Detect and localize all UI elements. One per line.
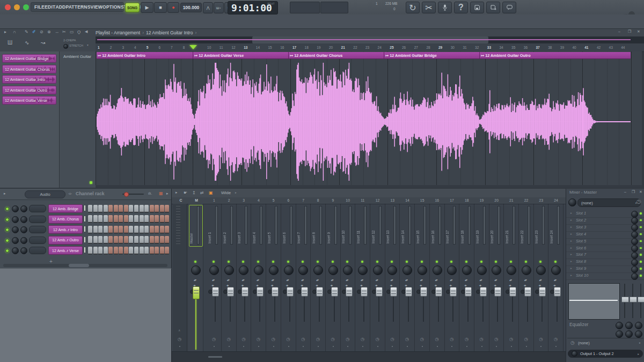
- channel-mute-button[interactable]: [29, 216, 46, 223]
- mixer-current-column[interactable]: ∧◷: [173, 204, 187, 351]
- track-leftright-arrows[interactable]: ◂▸: [286, 283, 288, 287]
- mixer-track-name[interactable]: Insert 9: [327, 206, 331, 243]
- effect-slot-row[interactable]: ▸Slot 6: [566, 245, 644, 253]
- menu-item-file[interactable]: FILE: [34, 4, 45, 10]
- stretch-dropdown-arrow[interactable]: ▾: [87, 43, 89, 47]
- track-updown-arrows[interactable]: ▴▾: [287, 278, 289, 282]
- ruler-bar-31[interactable]: 31: [463, 46, 466, 49]
- track-leftright-arrows[interactable]: ◂▸: [538, 283, 540, 287]
- track-updown-arrows[interactable]: ▴▾: [212, 278, 214, 282]
- slot-label[interactable]: Slot 9: [576, 266, 586, 271]
- ruler-bar-21[interactable]: 21: [341, 46, 345, 49]
- step-cell[interactable]: [98, 226, 103, 233]
- time-display[interactable]: 9:01:00 BEAT: [228, 1, 278, 14]
- channel-pan-knob[interactable]: [12, 216, 19, 223]
- step-cell[interactable]: [98, 205, 103, 212]
- track-pan-knob[interactable]: [191, 265, 201, 275]
- menu-item-view[interactable]: VIEW: [91, 4, 103, 10]
- track-updown-arrows[interactable]: ▴▾: [435, 278, 437, 282]
- mixer-col-3[interactable]: 3: [236, 198, 251, 202]
- ruler-bar-33[interactable]: 33: [487, 46, 491, 49]
- step-cell[interactable]: [104, 205, 108, 212]
- ruler-bar-34[interactable]: 34: [499, 46, 503, 49]
- mixer-col-14[interactable]: 14: [400, 198, 415, 202]
- step-cell[interactable]: [114, 205, 118, 212]
- slot-mix-knob[interactable]: [631, 224, 638, 231]
- mixer-col-18[interactable]: 18: [459, 198, 474, 202]
- step-cell[interactable]: [150, 215, 154, 223]
- track-leftright-arrows[interactable]: ◂▸: [553, 283, 555, 287]
- mixer-insert-strip[interactable]: Insert 5▴▾◂▸◷∧: [266, 204, 281, 351]
- strip-clock-icon[interactable]: ◷: [480, 337, 484, 342]
- step-cell[interactable]: [144, 226, 149, 233]
- ruler-bar-27[interactable]: 27: [414, 46, 418, 49]
- keyboard-editor-icon[interactable]: ▦: [159, 191, 163, 196]
- slot-mix-knob[interactable]: [631, 259, 638, 266]
- strip-clock-icon[interactable]: ◷: [494, 337, 498, 342]
- track-updown-arrows[interactable]: ▴▾: [420, 278, 422, 282]
- track-led[interactable]: [346, 261, 348, 263]
- draw-tool-icon[interactable]: ✎: [25, 29, 28, 34]
- ruler-bar-39[interactable]: 39: [560, 46, 564, 49]
- stretch-mode-label[interactable]: STRETCH: [69, 44, 83, 47]
- strip-clock-icon[interactable]: ◷: [241, 337, 245, 342]
- step-cell[interactable]: [150, 236, 154, 243]
- channel-led[interactable]: [5, 239, 9, 242]
- track-led[interactable]: [213, 261, 215, 263]
- clip-section-label[interactable]: ↦ 12 Ambient Guitar Outro: [481, 53, 531, 58]
- track-leftright-arrows[interactable]: ◂▸: [256, 283, 258, 287]
- mixer-track-name[interactable]: Insert 21: [505, 206, 509, 243]
- strip-clock-icon[interactable]: ◷: [316, 337, 320, 342]
- panel-speaker-icon[interactable]: [568, 198, 576, 206]
- mixer-insert-strip[interactable]: Insert 1▴▾◂▸◷∧: [207, 204, 222, 351]
- play-button[interactable]: ▶: [141, 2, 153, 13]
- mixer-col-2[interactable]: 2: [222, 198, 237, 202]
- mixer-insert-strip[interactable]: Insert 11▴▾◂▸◷∧: [355, 204, 370, 351]
- insert-fader-handle[interactable]: [346, 287, 353, 297]
- stretch-knob[interactable]: [63, 44, 68, 49]
- track-led[interactable]: [272, 261, 274, 263]
- ruler-bar-7[interactable]: 7: [171, 46, 173, 49]
- insert-fader-handle[interactable]: [376, 287, 383, 297]
- mixer-insert-strip[interactable]: Insert 7▴▾◂▸◷∧: [296, 204, 311, 351]
- ruler-bar-22[interactable]: 22: [353, 46, 357, 49]
- step-cell[interactable]: [119, 215, 123, 223]
- stop-button[interactable]: ■: [154, 2, 167, 13]
- step-cell[interactable]: [114, 215, 118, 223]
- track-pan-knob[interactable]: [239, 265, 248, 275]
- insert-fader-handle[interactable]: [257, 287, 264, 297]
- mixer-track-name[interactable]: Insert 7: [297, 206, 301, 243]
- channel-mute-button[interactable]: [29, 226, 46, 233]
- track-leftright-arrows[interactable]: ◂▸: [360, 283, 362, 287]
- step-cell[interactable]: [129, 226, 133, 233]
- typing-keyboard-icon[interactable]: ↻: [406, 2, 420, 13]
- tempo-display[interactable]: 100.000: [183, 5, 200, 10]
- slot-enable-led[interactable]: [640, 233, 642, 235]
- insert-fader-handle[interactable]: [539, 287, 546, 297]
- strip-clock-icon[interactable]: ◷: [524, 337, 528, 342]
- slot-mix-knob[interactable]: [631, 252, 638, 259]
- mixer-maximize-icon[interactable]: ❐: [632, 190, 635, 194]
- mixer-col-10[interactable]: 10: [340, 198, 355, 202]
- track-led[interactable]: [361, 261, 363, 263]
- track-leftright-arrows[interactable]: ◂▸: [316, 283, 318, 287]
- insert-fader-handle[interactable]: [509, 287, 516, 297]
- clip-section-label[interactable]: ↦ 12 Ambient Guitar Bridge: [385, 53, 437, 58]
- track-pan-knob[interactable]: [522, 265, 531, 275]
- strip-clock-icon[interactable]: ◷: [465, 337, 469, 342]
- step-cell[interactable]: [134, 236, 138, 243]
- mixer-col-15[interactable]: 15: [415, 198, 430, 202]
- clip-section-label[interactable]: ↦ 12 Ambient Guitar Intro: [98, 53, 145, 58]
- track-pan-knob[interactable]: [313, 265, 323, 275]
- slot-label[interactable]: Slot 8: [576, 259, 586, 264]
- strip-clock-icon[interactable]: ◷: [331, 337, 335, 342]
- mixer-insert-strip[interactable]: Insert 22▴▾◂▸◷∧: [519, 204, 534, 351]
- track-pan-knob[interactable]: [298, 265, 308, 275]
- menu-item-patterns[interactable]: PATTERNS: [65, 4, 90, 10]
- track-led[interactable]: [510, 261, 512, 263]
- track-leftright-arrows[interactable]: ◂▸: [390, 283, 392, 287]
- ruler-bar-12[interactable]: 12: [232, 46, 236, 49]
- track-led[interactable]: [302, 261, 304, 263]
- automation-clips-icon[interactable]: ↝: [41, 40, 45, 46]
- step-cell[interactable]: [108, 226, 113, 233]
